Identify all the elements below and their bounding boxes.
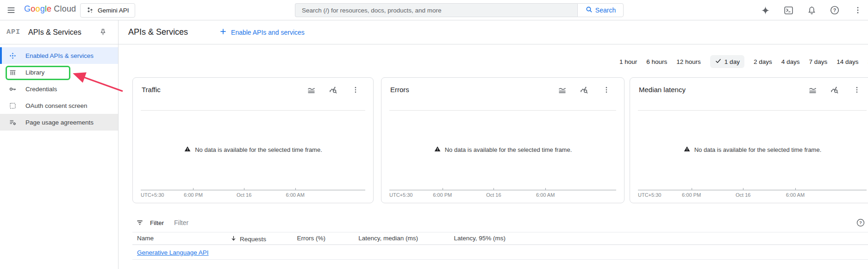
card-toolbar — [556, 84, 612, 95]
logo-cloud-text: Cloud — [54, 4, 76, 14]
axis-timezone-label: UTC+5:30 — [638, 192, 661, 198]
table-header-row: Name Requests Errors (%) Latency, median… — [132, 232, 868, 245]
page-header: APIs & Services Enable APIs and services — [119, 20, 868, 44]
sidebar-item-enabled-apis[interactable]: Enabled APIs & services — [0, 47, 118, 64]
time-option-12-hours[interactable]: 12 hours — [676, 58, 701, 65]
explore-chart-icon[interactable] — [579, 84, 590, 95]
gemini-sparkle-icon[interactable] — [760, 5, 771, 16]
axis-tick — [692, 188, 692, 190]
column-header-latency-95[interactable]: Latency, 95% (ms) — [413, 235, 506, 242]
card-title: Errors — [390, 86, 409, 94]
logo-letter: e — [47, 4, 51, 14]
no-data-text: No data is available for the selected ti… — [195, 146, 322, 153]
svg-text:?: ? — [859, 220, 862, 225]
axis-tick-label: 6:00 AM — [786, 192, 805, 198]
filter-icon — [134, 217, 145, 228]
chart-x-axis: UTC+5:30 6:00 PM Oct 16 6:00 AM — [638, 190, 867, 190]
pin-icon[interactable] — [99, 28, 108, 37]
sidebar-item-library[interactable]: Library — [0, 64, 118, 81]
plus-icon — [219, 27, 227, 37]
api-row-link[interactable]: Generative Language API — [137, 249, 209, 256]
sidebar-item-page-usage-agreements[interactable]: Page usage agreements — [0, 114, 118, 131]
time-range-selector: 1 hour 6 hours 12 hours 1 day 2 days 4 d… — [619, 55, 868, 69]
axis-tick — [295, 188, 296, 190]
no-data-message: No data is available for the selected ti… — [630, 145, 868, 154]
sidebar-nav: Enabled APIs & services Library Credenti… — [0, 44, 118, 131]
search-button-label: Search — [595, 6, 616, 14]
axis-tick-label: 6:00 AM — [536, 192, 555, 198]
sidebar-item-label: Enabled APIs & services — [25, 52, 94, 59]
sidebar-item-credentials[interactable]: Credentials — [0, 81, 118, 97]
search-input[interactable] — [295, 3, 577, 17]
project-selector[interactable]: Gemini API — [80, 3, 135, 18]
project-name: Gemini API — [98, 7, 129, 14]
logo-letter: G — [24, 4, 31, 14]
top-bar: Google Cloud Gemini API Search — [0, 0, 868, 20]
search-button[interactable]: Search — [577, 3, 624, 17]
help-icon[interactable]: ? — [829, 5, 840, 16]
sidebar-item-oauth-consent[interactable]: OAuth consent screen — [0, 97, 118, 114]
card-menu-icon[interactable] — [601, 84, 612, 95]
filter-input[interactable] — [174, 219, 313, 226]
google-cloud-logo[interactable]: Google Cloud — [24, 4, 76, 14]
agreements-icon — [8, 118, 17, 127]
svg-text:?: ? — [833, 7, 836, 13]
cloud-shell-icon[interactable] — [783, 5, 794, 16]
card-title: Median latency — [639, 86, 686, 94]
chart-x-axis: UTC+5:30 6:00 PM Oct 16 6:00 AM — [389, 190, 616, 190]
axis-tick-label: 6:00 AM — [286, 192, 304, 198]
chart-gridline — [638, 110, 867, 111]
errors-card: Errors No data is available for the sele… — [381, 77, 624, 203]
axis-tick-label: 6:00 PM — [184, 192, 203, 198]
card-toolbar — [807, 84, 862, 95]
key-icon — [8, 84, 17, 94]
sidebar-item-label: OAuth consent screen — [25, 102, 87, 109]
card-toolbar — [306, 84, 361, 95]
notifications-bell-icon[interactable] — [806, 5, 817, 16]
enabled-apis-icon — [8, 51, 17, 60]
time-option-1-hour[interactable]: 1 hour — [619, 58, 637, 65]
explore-chart-icon[interactable] — [829, 84, 840, 95]
time-option-1-day[interactable]: 1 day — [710, 55, 744, 68]
warning-icon — [683, 145, 691, 154]
column-header-errors[interactable]: Errors (%) — [256, 235, 325, 242]
filter-label: Filter — [150, 219, 164, 226]
stacked-area-chart-icon[interactable] — [306, 84, 317, 95]
axis-tick-label: 6:00 PM — [682, 192, 701, 198]
more-options-icon[interactable] — [852, 5, 863, 16]
stacked-area-chart-icon[interactable] — [556, 84, 568, 95]
time-option-6-hours[interactable]: 6 hours — [646, 58, 667, 65]
sidebar-item-label: Credentials — [25, 86, 57, 93]
time-option-7-days[interactable]: 7 days — [809, 58, 827, 65]
axis-tick — [193, 188, 194, 190]
time-option-2-days[interactable]: 2 days — [754, 58, 772, 65]
search-icon — [585, 6, 593, 15]
no-data-message: No data is available for the selected ti… — [133, 145, 373, 154]
column-header-latency-median[interactable]: Latency, median (ms) — [325, 235, 418, 242]
chart-gridline — [389, 110, 616, 111]
logo-letter: g — [40, 4, 45, 14]
axis-tick-label: Oct 16 — [486, 192, 501, 198]
no-data-text: No data is available for the selected ti… — [694, 146, 822, 153]
table-filter-row: Filter ? — [132, 214, 868, 231]
no-data-text: No data is available for the selected ti… — [445, 146, 572, 153]
column-header-name[interactable]: Name — [137, 235, 154, 242]
traffic-card: Traffic No data is available for the sel… — [132, 77, 374, 203]
time-option-14-days[interactable]: 14 days — [837, 58, 858, 65]
explore-chart-icon[interactable] — [328, 84, 339, 95]
check-icon — [715, 57, 722, 66]
chart-gridline — [141, 110, 365, 111]
time-option-4-days[interactable]: 4 days — [781, 58, 800, 65]
axis-tick — [795, 188, 796, 190]
table-help-icon[interactable]: ? — [856, 218, 865, 227]
card-menu-icon[interactable] — [851, 84, 862, 95]
stacked-area-chart-icon[interactable] — [807, 84, 818, 95]
card-menu-icon[interactable] — [350, 84, 361, 95]
axis-tick — [493, 188, 494, 190]
top-bar-actions: ? — [760, 0, 863, 20]
median-latency-card: Median latency No data is available for … — [630, 77, 868, 203]
sidebar-item-label: Library — [25, 69, 44, 76]
enable-apis-button[interactable]: Enable APIs and services — [219, 27, 305, 37]
menu-icon[interactable] — [6, 5, 17, 16]
sidebar-title: APIs & Services — [28, 28, 81, 37]
